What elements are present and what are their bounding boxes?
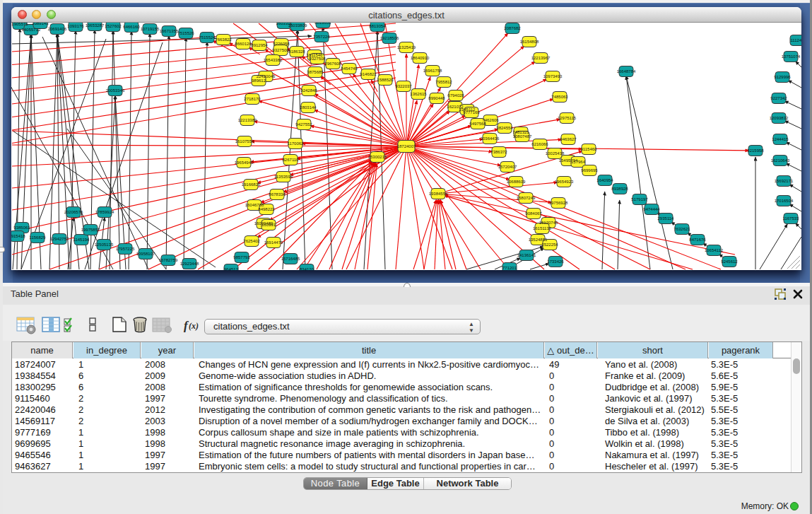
svg-text:17016504: 17016504 [775, 199, 794, 203]
svg-text:18724007: 18724007 [397, 144, 416, 148]
svg-text:16914479: 16914479 [264, 240, 283, 245]
svg-text:111245: 111245 [790, 38, 801, 42]
svg-text:10807487: 10807487 [513, 134, 532, 139]
svg-text:9227342: 9227342 [770, 96, 787, 100]
svg-text:1588520: 1588520 [377, 78, 394, 82]
svg-text:19654923: 19654923 [555, 180, 574, 184]
svg-text:1156829: 1156829 [30, 235, 47, 240]
svg-text:16648784: 16648784 [617, 69, 636, 74]
svg-text:2087682: 2087682 [504, 26, 521, 30]
svg-text:10973493: 10973493 [543, 74, 563, 78]
svg-text:1170062: 1170062 [288, 141, 305, 146]
svg-text:3824554: 3824554 [496, 126, 513, 130]
svg-text:1093176: 1093176 [67, 24, 84, 28]
svg-text:5226058: 5226058 [273, 42, 290, 46]
svg-text:834120: 834120 [300, 267, 314, 270]
svg-text:14055712: 14055712 [22, 28, 41, 32]
svg-text:16210643: 16210643 [771, 158, 790, 163]
svg-text:8938928: 8938928 [611, 187, 628, 191]
svg-text:13524851: 13524851 [529, 238, 548, 242]
svg-text:2935114: 2935114 [658, 216, 675, 221]
svg-text:9474444: 9474444 [643, 207, 660, 211]
svg-text:8498222: 8498222 [258, 207, 275, 211]
svg-text:9777169: 9777169 [463, 110, 480, 115]
svg-text:12093832: 12093832 [770, 116, 789, 120]
svg-text:9427552: 9427552 [295, 122, 312, 127]
svg-text:9129996: 9129996 [774, 75, 791, 79]
svg-text:7632621: 7632621 [673, 227, 690, 231]
svg-text:7625402: 7625402 [243, 239, 260, 243]
svg-text:15716485: 15716485 [281, 257, 300, 261]
svg-text:14136141: 14136141 [517, 253, 536, 257]
svg-text:19384554: 19384554 [429, 192, 448, 196]
svg-text:8813054: 8813054 [369, 24, 386, 28]
svg-text:10025438: 10025438 [546, 151, 565, 156]
svg-text:10719155: 10719155 [141, 27, 160, 31]
svg-text:8186328: 8186328 [288, 49, 305, 54]
svg-text:8912954: 8912954 [251, 43, 268, 47]
svg-text:16671355: 16671355 [160, 29, 179, 33]
svg-text:8813051: 8813051 [314, 23, 331, 25]
svg-text:19975857: 19975857 [81, 228, 100, 232]
svg-text:20691406: 20691406 [48, 27, 67, 31]
svg-text:16782759: 16782759 [159, 258, 178, 262]
svg-text:20364436: 20364436 [481, 136, 500, 141]
svg-text:17859924: 17859924 [95, 210, 114, 214]
svg-text:1733426: 1733426 [547, 259, 564, 264]
svg-text:9322037: 9322037 [395, 84, 412, 88]
svg-text:8471676: 8471676 [689, 238, 706, 242]
svg-text:9327508: 9327508 [309, 57, 326, 61]
svg-text:1362615: 1362615 [410, 92, 427, 96]
svg-text:7955812: 7955812 [435, 80, 452, 84]
svg-text:771201: 771201 [502, 266, 517, 270]
svg-text:16154808: 16154808 [520, 40, 539, 44]
svg-text:16961758: 16961758 [423, 69, 442, 73]
svg-text:1244415: 1244415 [772, 137, 789, 141]
svg-text:6497568: 6497568 [469, 122, 486, 126]
svg-text:(x): (x) [189, 321, 199, 331]
svg-text:2522254: 2522254 [541, 243, 558, 247]
svg-text:7386372: 7386372 [490, 150, 507, 154]
svg-text:12505135: 12505135 [95, 243, 114, 247]
svg-text:10688609: 10688609 [507, 180, 526, 184]
svg-text:19654943: 19654943 [235, 160, 254, 165]
svg-text:15692171: 15692171 [775, 179, 794, 183]
svg-text:8454749: 8454749 [341, 66, 358, 71]
svg-text:989612: 989612 [252, 78, 266, 83]
svg-text:9463627: 9463627 [560, 137, 577, 141]
svg-text:6794028: 6794028 [447, 93, 464, 98]
svg-text:16151132: 16151132 [533, 226, 552, 230]
svg-text:1527602: 1527602 [105, 24, 122, 28]
svg-text:5179197: 5179197 [631, 197, 648, 201]
svg-text:16107554: 16107554 [235, 139, 254, 144]
svg-text:19218506: 19218506 [380, 36, 399, 40]
svg-text:2803144: 2803144 [300, 105, 317, 110]
svg-text:12923448: 12923448 [180, 262, 199, 266]
svg-text:9146821: 9146821 [360, 72, 377, 76]
svg-text:19756928: 19756928 [549, 201, 568, 205]
svg-text:15720407: 15720407 [498, 165, 517, 169]
svg-text:8678334: 8678334 [269, 192, 286, 197]
svg-text:16543382: 16543382 [264, 58, 283, 62]
svg-text:25300215: 25300215 [368, 155, 387, 159]
svg-text:17957225: 17957225 [116, 247, 135, 251]
svg-text:3875685: 3875685 [307, 70, 324, 74]
svg-text:1905571: 1905571 [11, 23, 28, 26]
svg-text:9327500: 9327500 [272, 48, 289, 52]
svg-text:6466160: 6466160 [123, 25, 140, 29]
svg-text:9385061: 9385061 [13, 226, 30, 230]
svg-text:15807249: 15807249 [517, 196, 536, 200]
svg-text:16033809: 16033809 [288, 23, 307, 28]
svg-text:2718170: 2718170 [244, 97, 261, 101]
svg-text:19166825: 19166825 [242, 182, 261, 187]
svg-text:7515526: 7515526 [177, 31, 194, 35]
svg-text:7357224: 7357224 [313, 35, 330, 39]
svg-text:18640910: 18640910 [411, 56, 430, 60]
svg-text:9242848: 9242848 [300, 88, 317, 93]
svg-text:2967608: 2967608 [324, 62, 341, 66]
svg-text:8660124: 8660124 [235, 42, 252, 46]
svg-text:12213389: 12213389 [238, 118, 257, 122]
svg-text:10958107: 10958107 [136, 252, 155, 256]
svg-text:3215958: 3215958 [747, 148, 764, 153]
svg-text:10653287: 10653287 [86, 23, 105, 28]
